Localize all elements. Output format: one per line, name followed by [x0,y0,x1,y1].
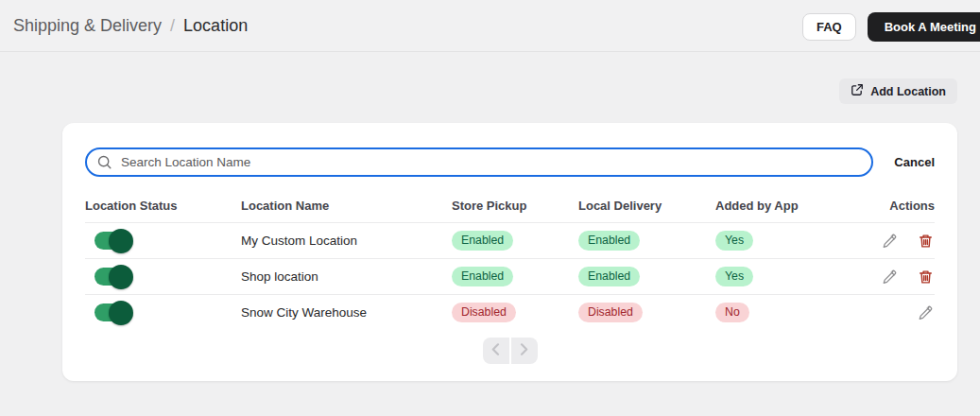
prev-page-button[interactable] [483,338,509,364]
toggle-knob [109,301,133,325]
location-status-cell [85,232,241,250]
location-name: Shop location [241,269,452,284]
search-box [85,147,873,177]
location-status-cell [85,303,241,321]
column-header-store-pickup: Store Pickup [452,199,578,213]
column-header-location-status: Location Status [85,199,241,213]
added-by-app-badge: Yes [715,267,753,286]
topbar-actions: FAQ Book A Meeting [802,12,980,42]
table-row: My Custom Location Enabled Enabled Yes [85,222,935,258]
column-header-actions: Actions [879,199,935,213]
search-icon [96,154,112,170]
added-by-app-cell: Yes [715,267,879,286]
added-by-app-cell: Yes [715,231,879,251]
next-page-button[interactable] [511,338,538,364]
added-by-app-badge: No [715,303,749,322]
chevron-left-icon [491,343,500,358]
store-pickup-cell: Enabled [452,267,578,286]
edit-icon[interactable] [882,234,897,249]
location-status-cell [85,268,241,286]
column-header-local-delivery: Local Delivery [578,199,715,213]
actions-cell [879,234,935,249]
book-meeting-button[interactable]: Book A Meeting [868,12,980,42]
breadcrumb-separator: / [170,16,175,36]
breadcrumb-section[interactable]: Shipping & Delivery [13,16,162,36]
store-pickup-cell: Disabled [452,303,578,322]
store-pickup-badge: Disabled [452,303,516,322]
local-delivery-badge: Disabled [578,303,643,322]
edit-icon[interactable] [918,305,933,321]
local-delivery-badge: Enabled [578,231,640,251]
table-row: Snow City Warehouse Disabled Disabled No [85,294,935,330]
add-location-label: Add Location [870,85,946,98]
delete-icon[interactable] [919,269,933,285]
location-status-toggle[interactable] [95,268,131,286]
column-header-added-by-app: Added by App [715,199,879,213]
cancel-button[interactable]: Cancel [894,155,935,169]
store-pickup-badge: Enabled [452,267,513,286]
toolbar: Add Location [0,52,980,104]
table-body: My Custom Location Enabled Enabled Yes [85,222,935,330]
delete-icon[interactable] [919,234,933,249]
chevron-right-icon [520,343,528,358]
added-by-app-badge: Yes [715,231,753,251]
location-status-toggle[interactable] [95,303,131,321]
store-pickup-cell: Enabled [452,231,578,251]
local-delivery-cell: Disabled [578,303,715,322]
local-delivery-cell: Enabled [578,231,715,251]
search-input[interactable] [85,147,873,177]
breadcrumb: Shipping & Delivery / Location [13,16,248,36]
location-name: My Custom Location [241,234,452,248]
location-status-toggle[interactable] [95,232,131,250]
top-bar: Shipping & Delivery / Location FAQ Book … [0,0,980,52]
actions-cell [879,305,935,321]
breadcrumb-current: Location [183,16,248,36]
added-by-app-cell: No [715,303,879,322]
pagination [85,338,935,368]
store-pickup-badge: Enabled [452,231,513,251]
external-link-icon [851,83,864,99]
location-name: Snow City Warehouse [241,305,452,320]
local-delivery-badge: Enabled [578,267,640,286]
faq-button[interactable]: FAQ [802,13,856,41]
actions-cell [879,269,935,285]
toggle-knob [109,229,133,253]
add-location-button[interactable]: Add Location [839,78,957,104]
local-delivery-cell: Enabled [578,267,715,286]
toggle-knob [109,265,133,289]
search-row: Cancel [85,147,935,177]
table-header: Location Status Location Name Store Pick… [85,188,935,222]
column-header-location-name: Location Name [241,199,452,213]
edit-icon[interactable] [882,269,897,285]
locations-card: Cancel Location Status Location Name Sto… [62,123,957,381]
table-row: Shop location Enabled Enabled Yes [85,258,935,294]
